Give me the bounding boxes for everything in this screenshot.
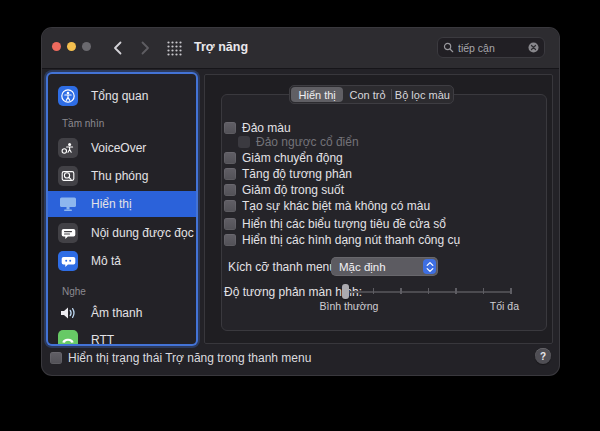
- menu-bar-status-checkbox-row[interactable]: Hiển thị trạng thái Trợ năng trong thanh…: [50, 350, 311, 366]
- sidebar-section-hearing: Nghe: [62, 286, 86, 297]
- menu-bar-size-label: Kích cỡ thanh menu:: [228, 260, 339, 274]
- display-icon: [58, 194, 78, 214]
- sidebar-item-label: Hiển thị: [91, 197, 132, 211]
- checkbox-label: Giảm chuyển động: [242, 151, 343, 165]
- checkbox-icon: [224, 152, 236, 164]
- sidebar-item-zoom[interactable]: Thu phóng: [48, 162, 196, 190]
- chevron-right-icon: [141, 41, 150, 55]
- audio-icon: [58, 303, 78, 323]
- descriptions-icon: [58, 251, 78, 271]
- checkbox-row-classic-invert: Đảo ngược cổ điển: [238, 134, 359, 150]
- checkbox-label: Hiển thị các biểu tượng tiêu đề cửa sổ: [242, 217, 446, 231]
- tab-display[interactable]: Hiển thị: [291, 87, 343, 102]
- checkbox-icon: [238, 136, 250, 148]
- checkbox-label: Hiển thị trạng thái Trợ năng trong thanh…: [68, 351, 311, 365]
- contrast-max-label: Tối đa: [463, 300, 519, 312]
- tab-color-filters[interactable]: Bộ lọc màu: [392, 86, 453, 103]
- contrast-slider-thumb[interactable]: [342, 284, 349, 299]
- checkbox-label: Đảo ngược cổ điển: [256, 135, 359, 149]
- sidebar-item-label: Nội dung được đọc: [91, 226, 194, 240]
- sidebar-item-rtt[interactable]: RTT: [48, 326, 196, 344]
- checkbox-row-show-window-title-icons[interactable]: Hiển thị các biểu tượng tiêu đề cửa sổ: [224, 216, 446, 232]
- clear-search-icon[interactable]: [528, 42, 539, 53]
- up-down-chevrons-icon: [426, 261, 434, 273]
- slider-tick: [373, 288, 375, 294]
- checkbox-label: Giảm độ trong suốt: [242, 183, 344, 197]
- popup-stepper: [423, 259, 436, 274]
- checkbox-label: Hiển thị các hình dạng nút thanh công cụ: [242, 233, 460, 247]
- popup-selected-value: Mặc định: [339, 261, 423, 273]
- zoom-window-button[interactable]: [82, 42, 91, 51]
- slider-tick: [510, 288, 512, 294]
- search-icon: [443, 42, 454, 53]
- checkbox-row-increase-contrast[interactable]: Tăng độ tương phản: [224, 166, 352, 182]
- sidebar-item-label: Tổng quan: [91, 89, 148, 103]
- grid-icon: [167, 41, 182, 56]
- slider-tick: [400, 288, 402, 294]
- sidebar-item-voiceover[interactable]: VoiceOver: [48, 134, 196, 162]
- contrast-min-label: Bình thường: [319, 300, 379, 312]
- checkbox-row-differentiate-without-color[interactable]: Tạo sự khác biệt mà không có màu: [224, 198, 430, 214]
- sidebar-item-label: RTT: [91, 333, 114, 344]
- window-title: Trợ năng: [194, 40, 248, 54]
- sidebar-item-spoken-content[interactable]: Nội dung được đọc: [48, 219, 196, 247]
- checkbox-icon: [224, 168, 236, 180]
- slider-tick: [455, 288, 457, 294]
- help-button[interactable]: ?: [535, 348, 551, 364]
- checkbox-row-show-toolbar-button-shapes[interactable]: Hiển thị các hình dạng nút thanh công cụ: [224, 232, 460, 248]
- menu-bar-size-popup[interactable]: Mặc định: [331, 257, 438, 276]
- checkbox-icon: [50, 352, 62, 364]
- search-input[interactable]: [454, 42, 528, 54]
- zoom-icon: [58, 166, 78, 186]
- checkbox-icon: [224, 122, 236, 134]
- sidebar-item-descriptions[interactable]: Mô tả: [48, 247, 196, 275]
- checkbox-label: Đảo màu: [242, 121, 291, 135]
- forward-button[interactable]: [136, 38, 154, 58]
- accessibility-overview-icon: [58, 86, 78, 106]
- sidebar-item-label: VoiceOver: [91, 141, 146, 155]
- tab-bar: Hiển thị Con trỏ Bộ lọc màu: [289, 85, 454, 104]
- checkbox-label: Tăng độ tương phản: [242, 167, 352, 181]
- sidebar-item-label: Mô tả: [91, 254, 121, 268]
- sidebar: Tổng quan Tầm nhìn VoiceOver: [48, 74, 196, 344]
- sidebar-item-label: Âm thanh: [91, 306, 142, 320]
- show-all-preferences-button[interactable]: [164, 39, 184, 57]
- sidebar-section-vision: Tầm nhìn: [62, 118, 104, 129]
- close-button[interactable]: [52, 42, 61, 51]
- sidebar-item-display[interactable]: Hiển thị: [48, 191, 196, 217]
- spoken-content-icon: [58, 223, 78, 243]
- sidebar-item-label: Thu phóng: [91, 169, 148, 183]
- slider-tick: [428, 288, 430, 294]
- desktop-background: Trợ năng: [0, 0, 600, 431]
- checkbox-icon: [224, 234, 236, 246]
- checkbox-icon: [224, 200, 236, 212]
- checkbox-label: Tạo sự khác biệt mà không có màu: [242, 199, 430, 213]
- sidebar-item-audio[interactable]: Âm thanh: [48, 300, 196, 326]
- voiceover-icon: [58, 138, 78, 158]
- checkbox-icon: [224, 184, 236, 196]
- display-settings-panel: Hiển thị Con trỏ Bộ lọc màu Đảo màu Đảo …: [204, 74, 553, 344]
- slider-tick: [483, 288, 485, 294]
- titlebar: Trợ năng: [42, 28, 559, 69]
- sidebar-item-overview[interactable]: Tổng quan: [48, 82, 196, 110]
- menu-bar-size-row: Kích cỡ thanh menu: Mặc định: [228, 257, 339, 276]
- accessibility-preferences-window: Trợ năng: [42, 28, 559, 375]
- checkbox-row-reduce-transparency[interactable]: Giảm độ trong suốt: [224, 182, 344, 198]
- checkbox-row-reduce-motion[interactable]: Giảm chuyển động: [224, 150, 343, 166]
- back-button[interactable]: [108, 38, 126, 58]
- tab-pointer[interactable]: Con trỏ: [344, 86, 390, 103]
- minimize-button[interactable]: [67, 42, 76, 51]
- search-field[interactable]: [437, 37, 545, 58]
- checkbox-icon: [224, 218, 236, 230]
- rtt-icon: [58, 330, 78, 344]
- chevron-left-icon: [113, 41, 122, 55]
